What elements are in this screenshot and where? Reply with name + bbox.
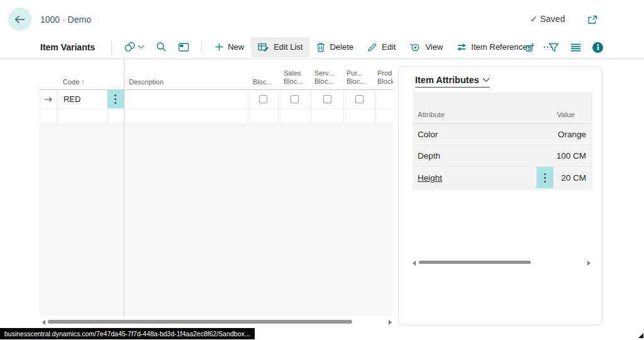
back-arrow-icon [14,15,26,24]
item-attributes-factbox: Item Attributes Attribute Value Color Or… [398,66,602,326]
attribute-row[interactable]: Color Orange [413,124,592,145]
sales-blocked-checkbox[interactable] [291,95,299,103]
prod-blocked-cell [375,109,393,125]
code-column-header[interactable]: Code ↑ [57,59,124,89]
row-indicator-column-header [40,59,57,89]
description-cell[interactable] [125,90,249,109]
description-column-header[interactable]: Description [124,59,248,89]
sales-blocked-cell [279,109,311,125]
item-attributes-title: Item Attributes [415,75,479,85]
grid-horizontal-scrollbar[interactable] [40,317,393,327]
purchase-blocked-column-header[interactable]: Pur...Bloc... [344,59,375,89]
link-preview-statusbar: businesscentral.dynamics.com/7e47da45-7f… [0,328,255,339]
new-button-label: New [228,42,244,52]
prod-blocked-line1: Prod [377,69,393,77]
details-info-button[interactable] [588,38,608,57]
prod-blocked-cell [375,90,393,109]
blocked-cell [248,90,279,109]
open-in-new-window-button[interactable] [586,14,599,25]
code-cell[interactable]: RED [57,90,108,109]
edit-button-label: Edit [382,42,396,52]
scroll-left-arrow-icon[interactable] [413,261,416,266]
list-view-button[interactable] [566,40,586,55]
value-column-header: Value [557,111,592,118]
row-context-menu-button[interactable] [108,90,125,109]
action-toolbar: Item Variants New [0,35,644,59]
focus-mode-button[interactable] [172,38,195,56]
attribute-context-menu-button[interactable] [536,167,553,188]
description-column-label: Description [129,78,164,86]
table-row-empty[interactable] [40,109,393,125]
scroll-right-arrow-icon[interactable] [389,320,392,325]
purchase-blocked-line2: Bloc... [347,77,366,86]
attributes-header-row: Attribute Value [413,105,592,124]
attribute-value[interactable]: 20 CM [561,173,592,183]
share-button[interactable] [521,38,541,56]
edit-list-button[interactable]: Edit List [251,37,309,57]
related-pages-button[interactable] [118,38,150,56]
factbox-horizontal-scrollbar[interactable] [412,258,592,267]
attributes-table: Attribute Value Color Orange Depth 100 C… [413,92,592,190]
attribute-value[interactable]: Orange [558,130,592,139]
item-variants-grid: Code ↑ Description Bloc... SalesBloc... … [40,59,393,125]
attribute-value[interactable]: 100 CM [557,151,592,161]
sales-blocked-column-header[interactable]: SalesBloc... [279,59,311,89]
pencil-icon [367,42,377,52]
scroll-right-arrow-icon[interactable] [587,261,591,266]
search-button[interactable] [150,38,172,56]
table-row[interactable]: RED [40,90,393,109]
grid-header-row: Code ↑ Description Bloc... SalesBloc... … [40,59,393,90]
list-caption: Item Variants [40,42,95,52]
attribute-name[interactable]: Height [413,173,442,183]
purchase-blocked-cell [344,90,375,109]
page-title: 1000 · Demo [40,14,91,25]
list-lines-icon [570,43,581,52]
scrollbar-thumb[interactable] [48,320,352,324]
toolbar-separator [201,41,202,54]
view-icon [409,42,421,52]
prod-blocked-line2: Block [377,77,393,86]
back-button[interactable] [8,8,31,31]
business-central-app: 1000 · Demo ✓ Saved Item Variants [0,0,644,340]
current-row-arrow-icon [44,96,53,103]
service-blocked-column-header[interactable]: Serv...Bloc... [311,59,344,89]
scroll-left-arrow-icon[interactable] [42,320,45,325]
code-cell[interactable] [57,109,108,125]
service-blocked-line2: Bloc... [314,77,334,86]
save-status: ✓ Saved [530,14,565,24]
chevron-down-icon [482,77,490,82]
edit-button[interactable]: Edit [360,37,402,57]
trash-icon [316,42,325,52]
scrollbar-thumb[interactable] [419,261,531,264]
service-blocked-checkbox[interactable] [323,95,331,103]
saved-label: Saved [540,14,565,24]
purchase-blocked-checkbox[interactable] [355,95,364,103]
chevron-down-icon [138,45,145,49]
blocked-cell [248,109,279,125]
prod-blocked-column-header[interactable]: ProdBlock [375,59,393,89]
new-button[interactable]: New [208,37,251,57]
edit-list-icon [258,42,269,52]
attribute-row-selected[interactable]: Height 20 CM [413,167,592,188]
purchase-blocked-cell [344,109,375,125]
info-icon [592,42,603,53]
description-cell[interactable] [125,109,249,125]
sales-blocked-line1: Sales [284,69,303,77]
row-indicator-cell [40,109,57,125]
view-button-label: View [425,42,443,52]
filter-funnel-icon [548,43,559,52]
attribute-name: Color [413,130,438,139]
focus-mode-icon [178,42,189,52]
sales-blocked-cell [279,90,311,109]
saved-check-icon: ✓ [530,14,538,24]
blocked-column-header[interactable]: Bloc... [248,59,279,89]
blocked-checkbox[interactable] [259,95,267,103]
delete-button[interactable]: Delete [309,37,360,57]
attribute-row[interactable]: Depth 100 CM [413,145,592,167]
view-button[interactable]: View [402,37,450,57]
filter-button[interactable] [544,39,564,56]
attributes-table-spacer [413,92,592,105]
cursor-artifact [638,333,643,338]
attribute-column-header: Attribute [413,111,445,118]
item-attributes-title-button[interactable]: Item Attributes [415,75,490,88]
